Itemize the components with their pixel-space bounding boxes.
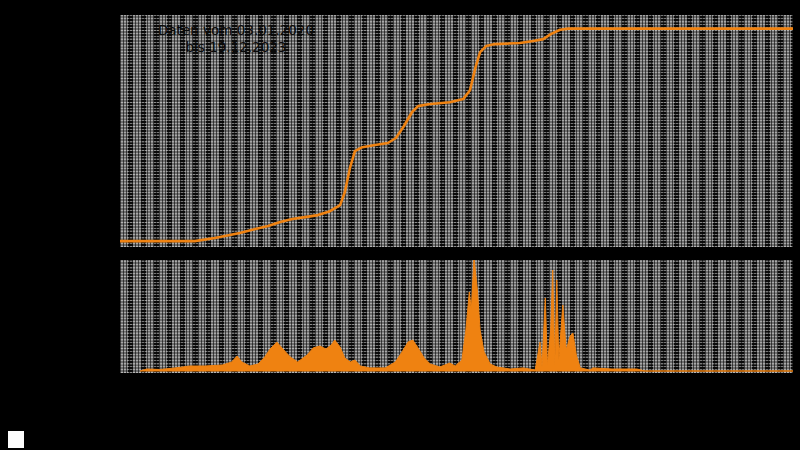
daily-values-panel bbox=[120, 260, 793, 373]
daily-values-area-plot bbox=[120, 260, 793, 373]
date-range-annotation: Daten vom 03.01.2020 bis 19.12.2023 bbox=[122, 22, 350, 56]
date-range-line1: Daten vom 03.01.2020 bbox=[122, 22, 350, 39]
white-square-marker bbox=[8, 431, 24, 448]
date-range-line2: bis 19.12.2023 bbox=[122, 39, 350, 56]
chart-figure: Daten vom 03.01.2020 bis 19.12.2023 bbox=[0, 0, 800, 450]
